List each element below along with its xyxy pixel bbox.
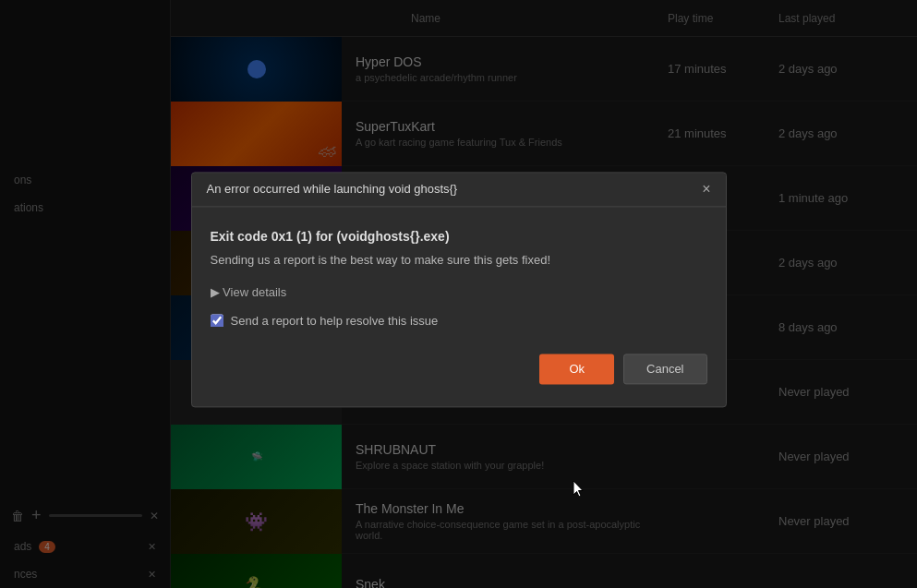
dialog-error-title: Exit code 0x1 (1) for (voidghosts{}.exe) (211, 229, 707, 244)
dialog-details-toggle[interactable]: ▶ View details (211, 285, 707, 299)
error-dialog: An error occurred while launching void g… (191, 172, 727, 407)
dialog-body: Exit code 0x1 (1) for (voidghosts{}.exe)… (192, 207, 726, 406)
dialog-title: An error occurred while launching void g… (207, 182, 458, 196)
dialog-checkbox-row: Send a report to help resolve this issue (211, 314, 707, 328)
ok-button[interactable]: Ok (539, 354, 614, 384)
send-report-checkbox[interactable] (211, 314, 223, 327)
dialog-close-button[interactable]: × (702, 182, 710, 197)
dialog-error-msg: Sending us a report is the best way to m… (211, 253, 707, 267)
cancel-button[interactable]: Cancel (623, 354, 706, 384)
send-report-label: Send a report to help resolve this issue (231, 314, 439, 328)
dialog-actions: Ok Cancel (211, 350, 707, 388)
dialog-titlebar: An error occurred while launching void g… (192, 173, 726, 207)
